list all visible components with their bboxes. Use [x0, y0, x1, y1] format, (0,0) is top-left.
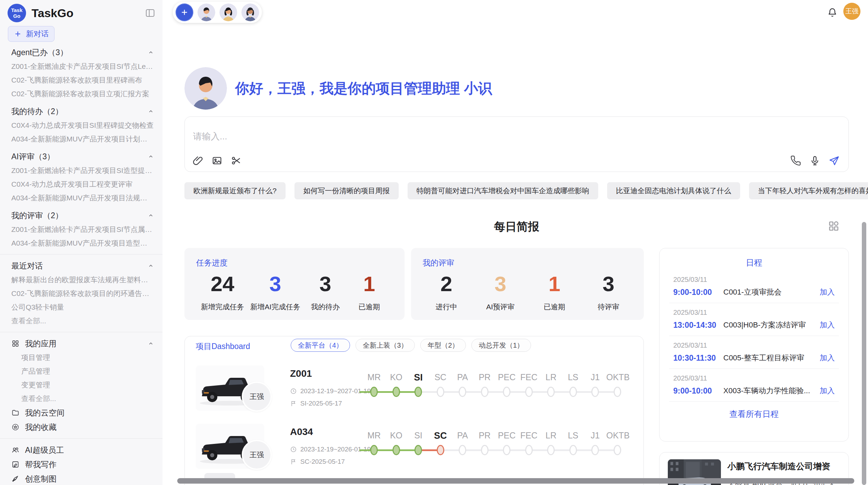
add-agent-button[interactable] [176, 3, 193, 21]
milestone-node[interactable] [503, 387, 510, 397]
project-row[interactable]: 王强A0342023-12-19~2026-01-19SC-2025-05-17… [185, 424, 643, 478]
apps-view-all[interactable]: 查看全部... [11, 392, 154, 406]
agent-avatar-2[interactable] [219, 3, 237, 21]
event-join-link[interactable]: 加入 [820, 320, 835, 330]
milestone-node[interactable] [370, 387, 378, 397]
chat-input[interactable] [193, 130, 742, 151]
event-row: 13:00-14:30C003|H0B-方案冻结评审加入 [673, 320, 835, 330]
vertical-scrollbar[interactable] [862, 222, 866, 485]
recent-chat-item[interactable]: 公司Q3轻卡销量 [11, 300, 154, 314]
briefing-layout-button[interactable] [828, 220, 840, 232]
sidebar-task-item[interactable]: Z001-全新燃油轻卡产品开发项目SI节点属性5D文件评审 [11, 223, 154, 236]
notifications-button[interactable] [827, 7, 838, 18]
app-shortcut-item[interactable]: 产品管理 [11, 364, 154, 378]
recent-chat-item[interactable]: 解释最新出台的欧盟报废车法规再生塑料比例被调至15%... [11, 273, 154, 287]
sidebar-section-header[interactable]: AI评审（3） [11, 149, 154, 164]
milestone-node[interactable] [591, 445, 599, 455]
milestone-node[interactable] [547, 445, 555, 455]
schedule-view-all[interactable]: 查看所有日程 [660, 409, 848, 420]
milestone-node[interactable] [525, 445, 533, 455]
project-row[interactable]: 王强Z0012023-12-19~2027-01-19SI-2025-05-17… [185, 365, 643, 420]
milestone-node[interactable] [569, 445, 577, 455]
suggestion-chip[interactable]: 欧洲新规最近颁布了什么? [184, 182, 286, 199]
event-join-link[interactable]: 加入 [820, 287, 835, 297]
flag-icon [290, 458, 297, 465]
image-upload-button[interactable] [212, 155, 222, 166]
milestone-node[interactable] [481, 445, 489, 455]
event-join-link[interactable]: 加入 [820, 386, 835, 396]
sidebar-task-item[interactable]: C02-飞腾新能源轻客改款项目里程碑画布 [11, 73, 154, 87]
milestone-node[interactable] [591, 387, 599, 397]
sidebar-item-creative-drawing[interactable]: 创意制图 [11, 472, 154, 485]
milestone-node[interactable] [614, 445, 621, 455]
milestone-label: J1 [584, 431, 606, 441]
flag-label: SI-2025-05-17 [300, 400, 342, 407]
attach-button[interactable] [192, 155, 203, 166]
milestone-node[interactable] [459, 387, 466, 397]
suggestion-chip[interactable]: 特朗普可能对进口汽车增税会对中国车企造成哪些影响 [408, 182, 598, 199]
milestone-node[interactable] [437, 387, 444, 397]
sidebar-task-item[interactable]: C0X4-动力总成开发项目工程变更评审 [11, 177, 154, 191]
dashboard-filter-chip[interactable]: 动总开发（1） [471, 339, 531, 352]
event-join-link[interactable]: 加入 [820, 353, 835, 363]
suggestion-chip[interactable]: 如何写一份清晰的项目周报 [294, 182, 399, 199]
milestone-node[interactable] [525, 387, 533, 397]
event-time: 9:00-10:00 [673, 288, 723, 297]
sidebar-item-favorites[interactable]: 我的收藏 [11, 420, 154, 434]
sidebar-task-item[interactable]: Z001-全新燃油皮卡产品开发项目SI节点Lesson Learn报告 [11, 60, 154, 73]
event-date: 2025/03/11 [673, 374, 835, 382]
clip-button[interactable] [231, 155, 242, 166]
greeting-block: 你好，王强，我是你的项目管理助理 小识 [184, 67, 492, 110]
milestone-label: J1 [584, 372, 606, 383]
sidebar-collapse-button[interactable] [145, 8, 156, 18]
sidebar-item-cloud-space[interactable]: 我的云空间 [11, 406, 154, 420]
milestone-node[interactable] [393, 387, 400, 397]
sidebar-item-help-writing[interactable]: 帮我写作 [11, 457, 154, 472]
recent-view-all[interactable]: 查看全部... [11, 314, 154, 328]
agent-avatar-3[interactable] [241, 3, 259, 21]
sidebar-item-ai-staff[interactable]: AI超级员工 [11, 443, 154, 457]
sidebar-section-header[interactable]: 我的评审（2） [11, 208, 154, 223]
milestone-node[interactable] [437, 445, 444, 455]
suggestion-chip[interactable]: 当下年轻人对汽车外观有怎样的喜好趋势 [749, 182, 868, 199]
recent-chat-item[interactable]: C02-飞腾新能源轻客改款项目的闭环通告反馈情况 [11, 287, 154, 300]
person-illustration [184, 67, 227, 110]
milestone-node[interactable] [414, 387, 422, 397]
milestone-node[interactable] [503, 445, 510, 455]
sidebar-task-item[interactable]: A034-全新新能源MUV产品开发项目造型可行性评审 [11, 236, 154, 250]
milestone-node[interactable] [370, 445, 378, 455]
dashboard-filter-chip[interactable]: 年型（2） [420, 339, 466, 352]
app-shortcut-item[interactable]: 项目管理 [11, 351, 154, 364]
milestone-node[interactable] [393, 445, 400, 455]
horizontal-scrollbar[interactable] [177, 478, 854, 484]
milestone-node[interactable] [614, 387, 621, 397]
voice-button[interactable] [809, 155, 820, 166]
suggestion-chip[interactable]: 比亚迪全固态电池计划具体说了什么 [607, 182, 740, 199]
milestone-track [363, 384, 628, 399]
sidebar-section-header[interactable]: 我的待办（2） [11, 104, 154, 119]
sidebar-task-item[interactable]: Z001-全新燃油轻卡产品开发项目SI造型提交物评审 [11, 164, 154, 177]
sidebar-task-item[interactable]: C02-飞腾新能源轻客改款项目立项汇报方案 [11, 87, 154, 101]
call-button[interactable] [790, 155, 801, 166]
milestone-node[interactable] [459, 445, 466, 455]
milestone-node[interactable] [569, 387, 577, 397]
sidebar-item-my-apps[interactable]: 我的应用 [11, 336, 154, 351]
agent-avatar-1[interactable] [197, 3, 215, 21]
sidebar-task-item[interactable]: A034-全新新能源MUV产品开发项目计划变更表编写 [11, 132, 154, 146]
app-shortcut-item[interactable]: 变更管理 [11, 378, 154, 392]
new-chat-button[interactable]: 新对话 [8, 26, 55, 42]
milestone-node[interactable] [481, 387, 489, 397]
schedule-event: 2025/03/119:00-10:00X003-车辆动力学性能验...加入 [660, 369, 848, 396]
send-button[interactable] [829, 155, 840, 166]
user-avatar[interactable]: 王强 [843, 3, 860, 20]
recent-chats-header[interactable]: 最近对话 [11, 259, 154, 273]
dashboard-filter-chip[interactable]: 全新平台（4） [291, 339, 350, 352]
milestone-node[interactable] [547, 387, 555, 397]
dashboard-filter-chip[interactable]: 全新上装（3） [355, 339, 415, 352]
milestone-node[interactable] [414, 445, 422, 455]
sidebar-task-item[interactable]: A034-全新新能源MUV产品开发项目法规符合性评审 [11, 191, 154, 205]
stat-label: AI预评审 [482, 302, 519, 312]
sidebar-section-header[interactable]: Agent已办（3） [11, 45, 154, 60]
milestone-label: LS [562, 372, 584, 383]
sidebar-task-item[interactable]: C0X4-动力总成开发项目SI里程碑提交物检查 [11, 119, 154, 132]
